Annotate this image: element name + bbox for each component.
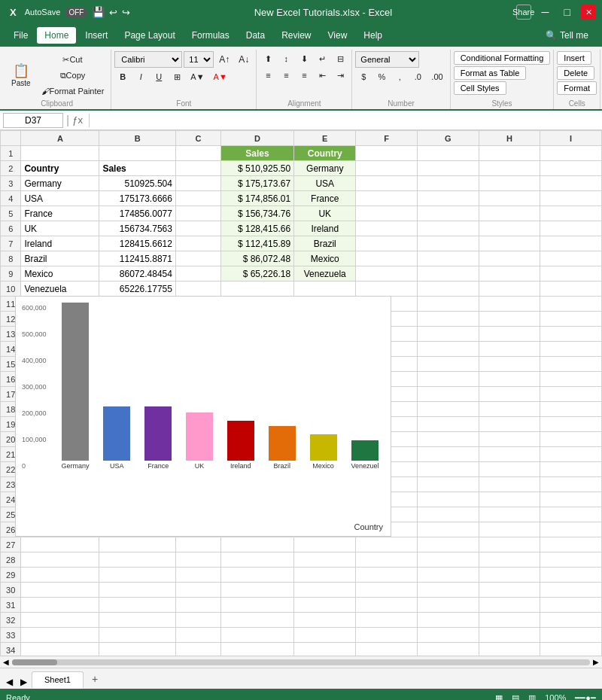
cell-empty-29-4[interactable] (294, 568, 356, 583)
col-header-d[interactable]: D (220, 131, 293, 146)
cell-empty-29-6[interactable] (418, 568, 479, 583)
cell-c6[interactable] (175, 221, 220, 236)
close-button[interactable]: ✕ (581, 5, 596, 20)
cell-b7[interactable]: 128415.6612 (99, 236, 176, 251)
cell-empty-16-8[interactable] (540, 372, 602, 387)
col-header-h[interactable]: H (479, 131, 540, 146)
minimize-button[interactable]: ─ (537, 5, 554, 20)
cell-empty-32-7[interactable] (479, 613, 540, 628)
cell-empty-12-6[interactable] (418, 312, 479, 327)
cell-d1[interactable]: Sales (220, 146, 293, 161)
cell-empty-33-5[interactable] (356, 628, 418, 643)
font-color-button[interactable]: A▼ (210, 69, 231, 84)
cell-g8[interactable] (418, 251, 479, 266)
cell-h1[interactable] (479, 146, 540, 161)
cell-empty-34-3[interactable] (220, 643, 293, 656)
cell-empty-27-8[interactable] (540, 537, 602, 552)
cell-e9[interactable]: Venezuela (294, 266, 356, 282)
cell-g5[interactable] (418, 206, 479, 221)
cell-b5[interactable]: 174856.0077 (99, 206, 176, 221)
cell-h4[interactable] (479, 191, 540, 206)
cell-empty-23-8[interactable] (540, 477, 602, 492)
cell-empty-28-3[interactable] (220, 552, 293, 568)
cell-empty-34-5[interactable] (356, 643, 418, 656)
cell-i8[interactable] (540, 251, 602, 266)
grid-wrapper[interactable]: A B C D E F G H I 1 (0, 130, 602, 656)
cell-empty-23-7[interactable] (479, 477, 540, 492)
cell-empty-32-2[interactable] (175, 613, 220, 628)
cell-a4[interactable]: USA (21, 191, 99, 206)
cell-a9[interactable]: Mexico (21, 266, 99, 282)
cell-empty-33-3[interactable] (220, 628, 293, 643)
cell-h2[interactable] (479, 161, 540, 176)
cell-empty-18-8[interactable] (540, 402, 602, 417)
cell-f9[interactable] (356, 266, 418, 282)
function-icon[interactable]: ƒx (72, 114, 83, 126)
cell-f8[interactable] (356, 251, 418, 266)
cell-empty-29-2[interactable] (175, 568, 220, 583)
cell-empty-27-3[interactable] (220, 537, 293, 552)
menu-insert[interactable]: Insert (78, 27, 115, 44)
cell-h3[interactable] (479, 176, 540, 191)
cell-f2[interactable] (356, 161, 418, 176)
cell-empty-30-2[interactable] (175, 583, 220, 598)
cell-empty-26-8[interactable] (540, 522, 602, 537)
menu-page-layout[interactable]: Page Layout (117, 27, 182, 44)
add-sheet-button[interactable]: + (85, 669, 105, 689)
cell-empty-29-1[interactable] (99, 568, 176, 583)
cell-empty-34-6[interactable] (418, 643, 479, 656)
cell-h5[interactable] (479, 206, 540, 221)
decrease-indent-button[interactable]: ⇤ (314, 68, 330, 83)
cell-empty-27-7[interactable] (479, 537, 540, 552)
cell-i3[interactable] (540, 176, 602, 191)
cell-e3[interactable]: USA (294, 176, 356, 191)
cell-empty-19-8[interactable] (540, 417, 602, 432)
insert-cells-button[interactable]: Insert (557, 51, 591, 65)
cell-i1[interactable] (540, 146, 602, 161)
wrap-text-button[interactable]: ↵ (314, 51, 330, 66)
cell-empty-27-2[interactable] (175, 537, 220, 552)
cell-empty-17-7[interactable] (479, 387, 540, 402)
cell-empty-33-1[interactable] (99, 628, 176, 643)
cell-empty-27-5[interactable] (356, 537, 418, 552)
cell-empty-29-3[interactable] (220, 568, 293, 583)
cell-empty-32-6[interactable] (418, 613, 479, 628)
cell-b3[interactable]: 510925.504 (99, 176, 176, 191)
autosave-toggle[interactable]: OFF (65, 8, 87, 17)
cell-f1[interactable] (356, 146, 418, 161)
cell-empty-18-7[interactable] (479, 402, 540, 417)
col-header-g[interactable]: G (418, 131, 479, 146)
cell-d5[interactable]: $ 156,734.76 (220, 206, 293, 221)
menu-view[interactable]: View (321, 27, 355, 44)
cell-empty-19-6[interactable] (418, 417, 479, 432)
cell-empty-34-1[interactable] (99, 643, 176, 656)
cell-c7[interactable] (175, 236, 220, 251)
cell-empty-20-8[interactable] (540, 432, 602, 447)
cell-empty-27-6[interactable] (418, 537, 479, 552)
cell-i4[interactable] (540, 191, 602, 206)
cell-empty-20-6[interactable] (418, 432, 479, 447)
cell-g9[interactable] (418, 266, 479, 282)
cell-b8[interactable]: 112415.8871 (99, 251, 176, 266)
cell-f3[interactable] (356, 176, 418, 191)
cell-empty-14-6[interactable] (418, 342, 479, 357)
cell-e5[interactable]: UK (294, 206, 356, 221)
cell-empty-28-2[interactable] (175, 552, 220, 568)
cell-c3[interactable] (175, 176, 220, 191)
cell-empty-32-0[interactable] (21, 613, 99, 628)
cell-empty-20-7[interactable] (479, 432, 540, 447)
align-top-button[interactable]: ⬆ (260, 51, 276, 66)
formula-input[interactable] (96, 114, 599, 126)
horizontal-scrollbar[interactable]: ◀ ▶ (0, 656, 602, 668)
conditional-formatting-button[interactable]: Conditional Formatting (454, 51, 551, 65)
cell-empty-27-1[interactable] (99, 537, 176, 552)
cell-h10[interactable] (479, 282, 540, 297)
scroll-sheets-left[interactable]: ◀ (3, 675, 16, 689)
number-format-select[interactable]: General (355, 51, 419, 68)
cell-f5[interactable] (356, 206, 418, 221)
col-header-i[interactable]: I (540, 131, 602, 146)
cell-g3[interactable] (418, 176, 479, 191)
page-break-view-button[interactable]: ▥ (528, 693, 536, 701)
cell-empty-31-2[interactable] (175, 598, 220, 613)
cell-empty-34-7[interactable] (479, 643, 540, 656)
